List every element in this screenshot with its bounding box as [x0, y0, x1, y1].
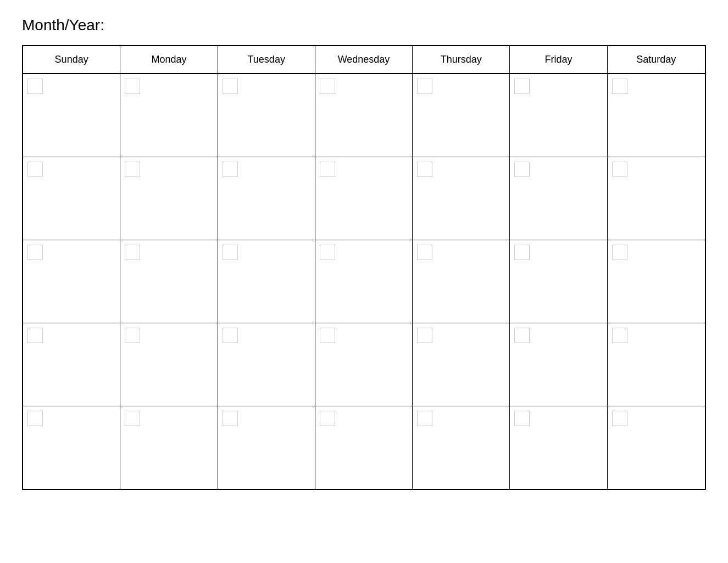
calendar-cell[interactable]: [120, 74, 218, 157]
date-box: [612, 328, 627, 343]
calendar-cell[interactable]: [315, 157, 413, 240]
date-box: [514, 328, 530, 343]
date-box: [223, 411, 238, 426]
calendar-body: [23, 74, 705, 489]
date-box: [27, 411, 43, 426]
calendar-cell[interactable]: [315, 74, 413, 157]
page-title: Month/Year:: [22, 16, 706, 34]
calendar-cell[interactable]: [413, 323, 510, 406]
date-box: [320, 79, 335, 94]
calendar-row: [23, 323, 705, 406]
calendar-cell[interactable]: [23, 157, 120, 240]
calendar-cell[interactable]: [120, 240, 218, 323]
date-box: [417, 411, 432, 426]
calendar-cell[interactable]: [315, 240, 413, 323]
calendar-row: [23, 240, 705, 323]
calendar-cell[interactable]: [23, 74, 120, 157]
date-box: [320, 162, 335, 177]
calendar-cell[interactable]: [510, 323, 607, 406]
calendar-cell[interactable]: [315, 406, 413, 489]
date-box: [125, 328, 140, 343]
calendar-cell[interactable]: [413, 240, 510, 323]
calendar-cell[interactable]: [608, 406, 705, 489]
header-thursday: Thursday: [413, 46, 510, 73]
calendar-cell[interactable]: [218, 406, 315, 489]
date-box: [223, 162, 238, 177]
date-box: [125, 245, 140, 260]
date-box: [612, 79, 627, 94]
date-box: [223, 245, 238, 260]
calendar-cell[interactable]: [413, 157, 510, 240]
calendar-cell[interactable]: [218, 323, 315, 406]
date-box: [223, 79, 238, 94]
header-friday: Friday: [510, 46, 607, 73]
header-tuesday: Tuesday: [218, 46, 315, 73]
date-box: [514, 411, 530, 426]
header-monday: Monday: [120, 46, 218, 73]
calendar-cell[interactable]: [608, 74, 705, 157]
date-box: [125, 162, 140, 177]
date-box: [417, 79, 432, 94]
date-box: [27, 245, 43, 260]
calendar-row: [23, 157, 705, 240]
date-box: [125, 79, 140, 94]
date-box: [514, 245, 530, 260]
calendar-cell[interactable]: [315, 323, 413, 406]
calendar-cell[interactable]: [218, 240, 315, 323]
date-box: [27, 328, 43, 343]
calendar-cell[interactable]: [510, 74, 607, 157]
calendar-cell[interactable]: [608, 240, 705, 323]
date-box: [320, 328, 335, 343]
calendar-row: [23, 74, 705, 157]
date-box: [27, 79, 43, 94]
calendar-cell[interactable]: [608, 323, 705, 406]
calendar-cell[interactable]: [120, 323, 218, 406]
calendar-row: [23, 406, 705, 489]
date-box: [320, 245, 335, 260]
date-box: [27, 162, 43, 177]
header-wednesday: Wednesday: [315, 46, 413, 73]
date-box: [612, 245, 627, 260]
calendar-cell[interactable]: [608, 157, 705, 240]
calendar-cell[interactable]: [23, 323, 120, 406]
calendar: Sunday Monday Tuesday Wednesday Thursday…: [22, 45, 706, 490]
calendar-cell[interactable]: [218, 74, 315, 157]
date-box: [417, 162, 432, 177]
date-box: [612, 162, 627, 177]
calendar-cell[interactable]: [23, 406, 120, 489]
calendar-cell[interactable]: [510, 157, 607, 240]
date-box: [223, 328, 238, 343]
calendar-cell[interactable]: [120, 157, 218, 240]
calendar-cell[interactable]: [120, 406, 218, 489]
header-sunday: Sunday: [23, 46, 120, 73]
calendar-header: Sunday Monday Tuesday Wednesday Thursday…: [23, 46, 705, 74]
date-box: [125, 411, 140, 426]
date-box: [417, 328, 432, 343]
calendar-cell[interactable]: [413, 74, 510, 157]
date-box: [612, 411, 627, 426]
calendar-cell[interactable]: [413, 406, 510, 489]
date-box: [417, 245, 432, 260]
date-box: [514, 162, 530, 177]
calendar-cell[interactable]: [218, 157, 315, 240]
date-box: [320, 411, 335, 426]
calendar-cell[interactable]: [23, 240, 120, 323]
date-box: [514, 79, 530, 94]
calendar-cell[interactable]: [510, 406, 607, 489]
header-saturday: Saturday: [608, 46, 705, 73]
calendar-cell[interactable]: [510, 240, 607, 323]
